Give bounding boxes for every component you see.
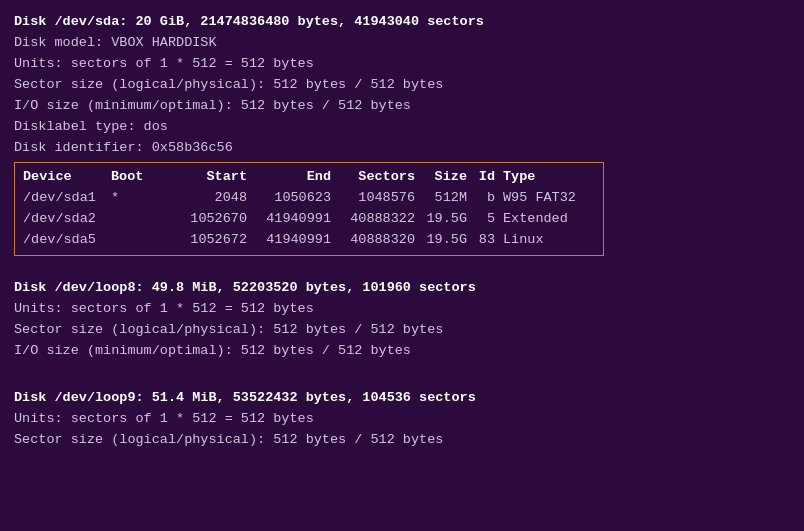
disk-sda-identifier: Disk identifier: 0x58b36c56 (14, 138, 790, 159)
sda2-sectors: 40888322 (331, 209, 415, 230)
col-header-type: Type (495, 167, 595, 188)
partition-table: Device Boot Start End Sectors Size Id Ty… (14, 162, 604, 256)
sda5-end: 41940991 (247, 230, 331, 251)
partition-table-header: Device Boot Start End Sectors Size Id Ty… (23, 167, 595, 188)
sda1-id: b (467, 188, 495, 209)
sda5-id: 83 (467, 230, 495, 251)
disk-sda-sector-size: Sector size (logical/physical): 512 byte… (14, 75, 790, 96)
sda1-type: W95 FAT32 (495, 188, 595, 209)
sda1-start: 2048 (163, 188, 247, 209)
disk-sda-units: Units: sectors of 1 * 512 = 512 bytes (14, 54, 790, 75)
disk-loop9-header: Disk /dev/loop9: 51.4 MiB, 53522432 byte… (14, 388, 790, 409)
disk-sda-model: Disk model: VBOX HARDDISK (14, 33, 790, 54)
sda2-start: 1052670 (163, 209, 247, 230)
col-header-id: Id (467, 167, 495, 188)
sda2-size: 19.5G (415, 209, 467, 230)
disk-sda-io-size: I/O size (minimum/optimal): 512 bytes / … (14, 96, 790, 117)
sda5-start: 1052672 (163, 230, 247, 251)
col-header-sectors: Sectors (331, 167, 415, 188)
partition-row-sda2: /dev/sda2 1052670 41940991 40888322 19.5… (23, 209, 595, 230)
sda1-sectors: 1048576 (331, 188, 415, 209)
disk-loop8-io-size: I/O size (minimum/optimal): 512 bytes / … (14, 341, 790, 362)
spacer-1 (14, 270, 790, 278)
sda5-boot (111, 230, 163, 251)
sda5-device: /dev/sda5 (23, 230, 111, 251)
partition-row-sda5: /dev/sda5 1052672 41940991 40888320 19.5… (23, 230, 595, 251)
disk-loop9-units: Units: sectors of 1 * 512 = 512 bytes (14, 409, 790, 430)
col-header-boot: Boot (111, 167, 163, 188)
sda2-end: 41940991 (247, 209, 331, 230)
disk-sda-header: Disk /dev/sda: 20 GiB, 21474836480 bytes… (14, 12, 790, 33)
disk-loop9-sector-size: Sector size (logical/physical): 512 byte… (14, 430, 790, 451)
sda5-type: Linux (495, 230, 595, 251)
sda2-boot (111, 209, 163, 230)
sda2-device: /dev/sda2 (23, 209, 111, 230)
col-header-start: Start (163, 167, 247, 188)
spacer-2 (14, 380, 790, 388)
sda1-size: 512M (415, 188, 467, 209)
partition-row-sda1: /dev/sda1 * 2048 1050623 1048576 512M b … (23, 188, 595, 209)
col-header-size: Size (415, 167, 467, 188)
col-header-end: End (247, 167, 331, 188)
sda5-size: 19.5G (415, 230, 467, 251)
sda5-sectors: 40888320 (331, 230, 415, 251)
col-header-device: Device (23, 167, 111, 188)
disk-loop8-units: Units: sectors of 1 * 512 = 512 bytes (14, 299, 790, 320)
disk-loop8-section: Disk /dev/loop8: 49.8 MiB, 52203520 byte… (14, 278, 790, 362)
sda2-type: Extended (495, 209, 595, 230)
disk-loop8-sector-size: Sector size (logical/physical): 512 byte… (14, 320, 790, 341)
disk-loop9-section: Disk /dev/loop9: 51.4 MiB, 53522432 byte… (14, 388, 790, 451)
sda1-device: /dev/sda1 (23, 188, 111, 209)
disk-sda-disklabel: Disklabel type: dos (14, 117, 790, 138)
sda1-end: 1050623 (247, 188, 331, 209)
sda2-id: 5 (467, 209, 495, 230)
disk-loop8-header: Disk /dev/loop8: 49.8 MiB, 52203520 byte… (14, 278, 790, 299)
disk-sda-section: Disk /dev/sda: 20 GiB, 21474836480 bytes… (14, 12, 790, 264)
sda1-boot: * (111, 188, 163, 209)
